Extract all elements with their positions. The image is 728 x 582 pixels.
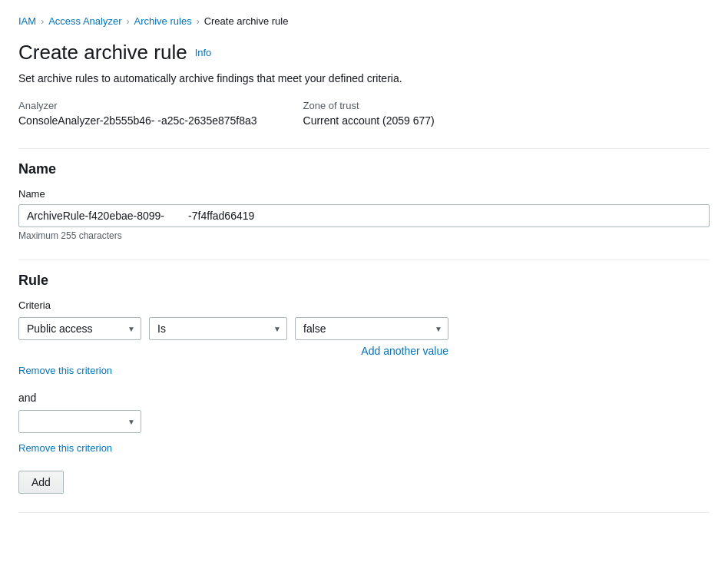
analyzer-label: Analyzer	[18, 100, 257, 111]
rule-divider	[18, 260, 710, 260]
rule-section-title: Rule	[18, 273, 710, 289]
bottom-divider	[18, 512, 710, 513]
value-select-1[interactable]: false true	[295, 317, 448, 340]
name-field-hint: Maximum 255 characters	[18, 230, 710, 241]
add-another-value-link-1[interactable]: Add another value	[361, 345, 448, 357]
breadcrumb-current: Create archive rule	[204, 15, 289, 27]
breadcrumb: IAM › Access Analyzer › Archive rules › …	[18, 15, 710, 27]
name-field-group: Name Maximum 255 characters	[18, 188, 710, 241]
zone-value: Current account (2059 677)	[303, 114, 435, 127]
info-link[interactable]: Info	[195, 47, 212, 58]
zone-meta: Zone of trust Current account (2059 677)	[303, 100, 435, 127]
value-select-wrapper-1: false true ▼	[295, 317, 448, 340]
page-title: Create archive rule Info	[18, 41, 710, 64]
name-section-title: Name	[18, 161, 710, 177]
name-field-label: Name	[18, 188, 710, 200]
breadcrumb-iam[interactable]: IAM	[18, 15, 36, 27]
operator-select-1[interactable]: Is Is not Contains	[149, 317, 287, 340]
breadcrumb-sep-3: ›	[197, 16, 200, 27]
zone-label: Zone of trust	[303, 100, 435, 111]
and-label: and	[18, 392, 710, 404]
breadcrumb-archive-rules[interactable]: Archive rules	[134, 15, 192, 27]
breadcrumb-sep-2: ›	[127, 16, 130, 27]
name-divider	[18, 148, 710, 149]
criterion-select-2[interactable]: Public access Account ID Resource ARN Fi…	[18, 410, 141, 433]
remove-criterion-link-1[interactable]: Remove this criterion	[18, 365, 710, 376]
breadcrumb-sep-1: ›	[41, 16, 44, 27]
criterion-select-wrapper-1: Public access Account ID Resource ARN Fi…	[18, 317, 141, 340]
criterion-select-1[interactable]: Public access Account ID Resource ARN Fi…	[18, 317, 141, 340]
criterion-select-wrapper-2: Public access Account ID Resource ARN Fi…	[18, 410, 141, 433]
rule-section: Rule Criteria Public access Account ID R…	[18, 260, 710, 494]
add-button[interactable]: Add	[18, 471, 64, 494]
name-input[interactable]	[18, 204, 710, 227]
criteria-row-2: Public access Account ID Resource ARN Fi…	[18, 410, 710, 433]
criteria-row-1: Public access Account ID Resource ARN Fi…	[18, 317, 710, 340]
remove-criterion-link-2[interactable]: Remove this criterion	[18, 442, 112, 454]
analyzer-meta: Analyzer ConsoleAnalyzer-2b555b46- -a25c…	[18, 100, 257, 127]
page-description: Set archive rules to automatically archi…	[18, 72, 710, 84]
analyzer-value: ConsoleAnalyzer-2b555b46- -a25c-2635e875…	[18, 114, 257, 127]
operator-select-wrapper-1: Is Is not Contains ▼	[149, 317, 287, 340]
meta-section: Analyzer ConsoleAnalyzer-2b555b46- -a25c…	[18, 100, 710, 127]
breadcrumb-access-analyzer[interactable]: Access Analyzer	[48, 15, 121, 27]
criteria-label: Criteria	[18, 299, 710, 311]
